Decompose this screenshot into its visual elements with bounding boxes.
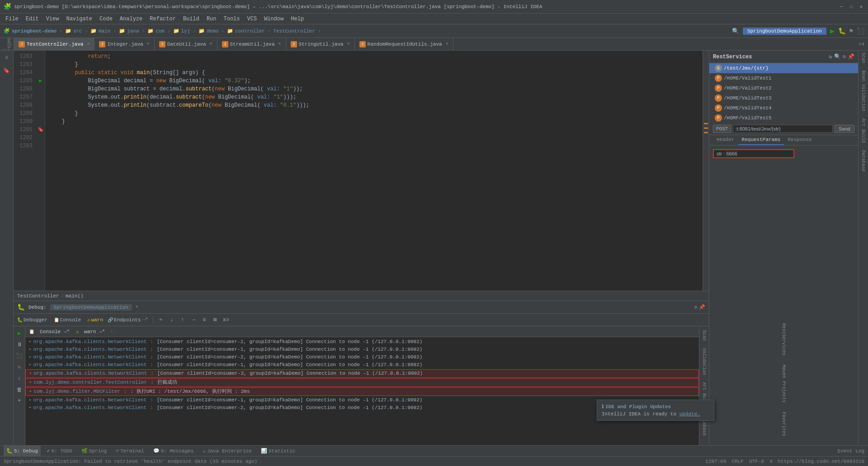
debug-close-icon[interactable]: ×	[136, 305, 138, 310]
step-over-btn[interactable]: ↷	[156, 315, 166, 325]
status-crlf[interactable]: CRLF	[732, 459, 744, 464]
menu-view[interactable]: View	[42, 15, 63, 23]
menu-analyze[interactable]: Analyze	[116, 15, 146, 23]
tab-close-icon-4[interactable]: ×	[278, 42, 281, 47]
menu-build[interactable]: Build	[179, 15, 203, 23]
rest-pin-icon[interactable]: 📌	[848, 53, 854, 60]
event-log-link[interactable]: Event Log	[838, 448, 864, 454]
debug-bottom-tab[interactable]: 🐛 5: Debug	[4, 446, 41, 456]
nav-project[interactable]: springboot-demo	[12, 28, 57, 34]
console-close-btn[interactable]: ×	[110, 329, 113, 334]
coverage-button[interactable]: ⚑	[849, 27, 853, 35]
run-button[interactable]: ▶	[830, 27, 835, 36]
debug-pin-icon[interactable]: 📌	[699, 304, 705, 310]
validation-vtab[interactable]: Validation	[701, 346, 708, 377]
minimize-button[interactable]: —	[838, 4, 844, 10]
bookmark-icon[interactable]: 🔖	[1, 65, 12, 76]
console-tab-btn[interactable]: 📋 Console	[50, 317, 85, 323]
tab-integer[interactable]: J Integer.java ×	[94, 38, 154, 50]
scroll-end-btn[interactable]: ↓	[14, 373, 24, 383]
close-window-button[interactable]: ✕	[858, 4, 864, 10]
maven-projects-vtab[interactable]: Maven Projects	[781, 365, 786, 403]
menu-refactor[interactable]: Refactor	[146, 15, 179, 23]
eval-btn[interactable]: ≡	[199, 315, 209, 325]
nav-main[interactable]: main	[99, 28, 110, 34]
menu-run[interactable]: Run	[203, 15, 220, 23]
rest-services-vtab[interactable]: RestServices	[781, 323, 786, 356]
tab-dateutil[interactable]: J DateUtil.java ×	[155, 38, 217, 50]
add-watch-btn[interactable]: +	[14, 396, 24, 406]
nav-search-icon[interactable]: 🔍	[732, 28, 739, 35]
nav-src[interactable]: src	[73, 28, 82, 34]
rest-search-icon[interactable]: 🔍	[834, 53, 841, 60]
rest-item-4[interactable]: P /HOME/ValidTest4	[709, 103, 858, 113]
menu-help[interactable]: Help	[287, 15, 307, 23]
editor-scrollbar[interactable]	[703, 51, 709, 291]
rest-response-tab[interactable]: Response	[784, 135, 815, 145]
status-indent[interactable]: 4	[769, 459, 773, 464]
project-tab[interactable]: 1: Project	[0, 38, 14, 50]
rest-item-5[interactable]: P /HOMF/ValidTest5	[709, 113, 858, 123]
code-editor[interactable]: return; } public static void main(String…	[45, 51, 703, 291]
rest-item-0[interactable]: G /test/Jmx/{str}	[709, 63, 858, 73]
tab-streamutil[interactable]: J StreamUtil.java ×	[217, 38, 286, 50]
rest-settings-icon[interactable]: ⚙	[843, 53, 846, 60]
status-position[interactable]: 1287:69	[705, 459, 726, 464]
nav-java[interactable]: java	[127, 28, 139, 34]
maximize-button[interactable]: ☐	[848, 4, 854, 10]
debug-run-button[interactable]: 🐛	[838, 27, 846, 35]
status-charset[interactable]: UTF-8	[749, 459, 764, 464]
rest-header-tab[interactable]: Header	[713, 135, 738, 145]
menu-window[interactable]: Window	[260, 15, 287, 23]
rest-refresh-icon[interactable]: ↻	[829, 53, 832, 60]
java-enterprise-bottom-tab[interactable]: ☕ Java Enterprise	[200, 446, 255, 456]
tab-close-icon-6[interactable]: ×	[446, 42, 448, 47]
spring-bottom-tab[interactable]: 🌿 Spring	[79, 446, 110, 456]
favorites-vtab[interactable]: Favorites	[781, 412, 786, 436]
nav-demo[interactable]: demo	[207, 28, 218, 34]
vars-btn[interactable]: x=	[221, 315, 231, 325]
todo-bottom-tab[interactable]: ✔ 6: TODO	[44, 446, 75, 456]
breadcrumb-class[interactable]: TestController	[17, 293, 59, 299]
pause-btn[interactable]: ⏸	[14, 339, 24, 349]
tab-overflow[interactable]: +4	[855, 38, 868, 50]
terminal-bottom-tab[interactable]: ⌨ Terminal	[113, 446, 146, 456]
step-into-btn[interactable]: ↓	[167, 315, 177, 325]
nav-com[interactable]: com	[156, 28, 165, 34]
rest-item-1[interactable]: P /HOME/ValidTest1	[709, 73, 858, 83]
param-str-input[interactable]	[713, 149, 794, 158]
art-build-tab[interactable]: Art Build	[861, 118, 866, 143]
messages-bottom-tab[interactable]: 💬 0: Messages	[151, 446, 197, 456]
tab-close-icon-2[interactable]: ×	[147, 42, 150, 47]
edit-btn[interactable]: ✎	[14, 362, 24, 372]
tab-close-icon-5[interactable]: ×	[347, 42, 350, 47]
database-sidebar-tab[interactable]: Database	[861, 150, 866, 172]
tab-testcontroller[interactable]: J TestController.java ×	[14, 38, 94, 50]
run-cursor-btn[interactable]: →	[189, 315, 198, 325]
console-tab[interactable]: Console →*	[38, 328, 71, 335]
debug-app-name[interactable]: SpringbootDemoApplication	[50, 304, 132, 311]
nav-controller[interactable]: controller	[235, 28, 265, 34]
statistic-bottom-tab[interactable]: 📊 Statistic	[258, 446, 298, 456]
rest-url-input[interactable]	[733, 125, 833, 133]
breadcrumb-method[interactable]: main()	[66, 293, 84, 299]
warn-filter-tab[interactable]: warn →*	[82, 328, 107, 335]
rest-item-2[interactable]: P /HOME/ValidTest2	[709, 83, 858, 93]
bean-validation-tab[interactable]: Bean Validation	[861, 71, 866, 111]
scan-tab[interactable]: Scan	[861, 52, 866, 63]
tab-close-icon-3[interactable]: ×	[210, 42, 212, 47]
step-out-btn[interactable]: ↑	[178, 315, 188, 325]
tab-close-icon[interactable]: ×	[87, 42, 90, 47]
scan-vtab[interactable]: Scan	[701, 328, 708, 343]
menu-navigate[interactable]: Navigate	[62, 15, 96, 23]
debugger-tab-btn[interactable]: 🐛 Debugger	[15, 317, 49, 323]
menu-file[interactable]: File	[2, 15, 22, 23]
rest-send-button[interactable]: Send	[835, 125, 854, 133]
menu-code[interactable]: Code	[96, 15, 116, 23]
stop-debug-btn[interactable]: ⬛	[14, 351, 24, 361]
tab-randomrequestid[interactable]: J RandomRequestIdUtils.java ×	[355, 38, 453, 50]
endpoints-tab-btn[interactable]: 🔗 Endpoints →*	[106, 317, 150, 323]
resume-btn[interactable]: ▶	[14, 328, 24, 338]
debug-settings-icon[interactable]: ⚙	[694, 304, 697, 310]
warn-tab-btn[interactable]: ⚠ warn	[85, 317, 105, 323]
